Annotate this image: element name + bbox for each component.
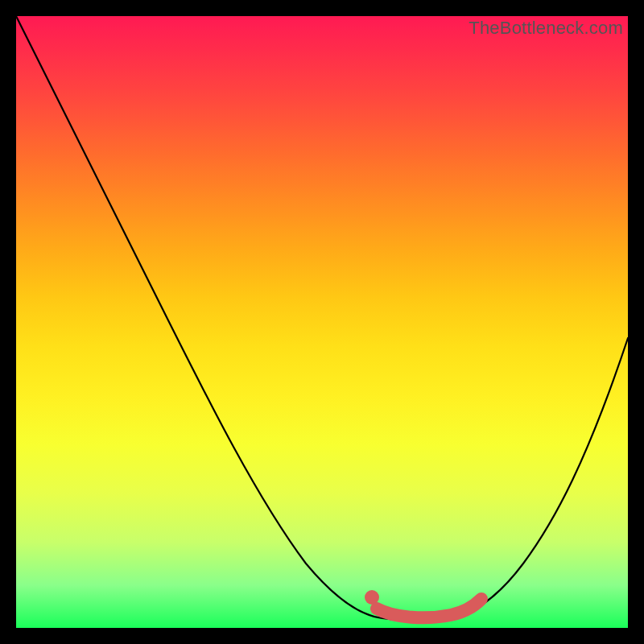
curve-left-limb — [16, 16, 382, 618]
chart-overlay — [16, 16, 628, 628]
curve-right-limb — [451, 338, 628, 618]
chart-frame: TheBottleneck.com — [16, 16, 628, 628]
optimal-range-marker — [377, 599, 481, 617]
